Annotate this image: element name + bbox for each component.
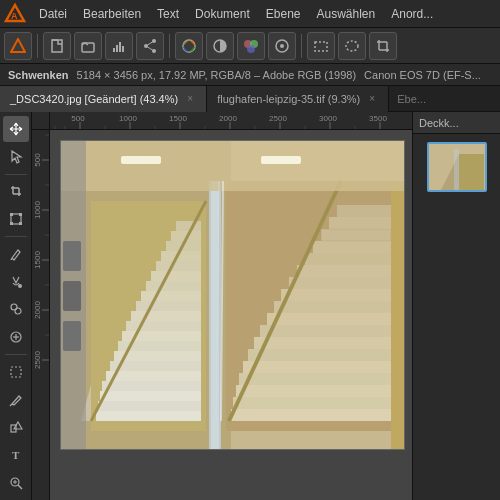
svg-text:2000: 2000: [219, 114, 237, 123]
tab-close-dsc3420[interactable]: ×: [184, 93, 196, 105]
menu-datei[interactable]: Datei: [32, 4, 74, 24]
fill-tool[interactable]: [3, 269, 29, 295]
svg-text:1000: 1000: [33, 201, 42, 219]
menu-ebene[interactable]: Ebene: [259, 4, 308, 24]
svg-text:1500: 1500: [33, 251, 42, 269]
menu-auswaehlen[interactable]: Auswählen: [309, 4, 382, 24]
pen-tool[interactable]: [3, 387, 29, 413]
svg-rect-8: [119, 42, 121, 52]
svg-text:T: T: [12, 449, 20, 461]
svg-rect-109: [454, 149, 459, 192]
affinity-logo-btn[interactable]: [4, 32, 32, 60]
current-tool-label: Schwenken: [8, 69, 69, 81]
select-ellipse-btn[interactable]: [338, 32, 366, 60]
svg-text:1500: 1500: [169, 114, 187, 123]
svg-rect-6: [113, 48, 115, 52]
tab-close-flughafen[interactable]: ×: [366, 93, 378, 105]
retouch-tool[interactable]: [3, 324, 29, 350]
svg-line-14: [146, 46, 154, 51]
svg-point-23: [346, 41, 358, 51]
left-tool-sep1: [5, 174, 27, 175]
svg-rect-101: [63, 241, 81, 271]
share-btn[interactable]: [136, 32, 164, 60]
svg-rect-99: [61, 141, 405, 191]
document-info: 5184 × 3456 px, 17.92 MP, RGBA/8 – Adobe…: [77, 69, 357, 81]
svg-text:1000: 1000: [119, 114, 137, 123]
open-btn[interactable]: [74, 32, 102, 60]
layer-thumbnail[interactable]: [427, 142, 487, 192]
selection-tool[interactable]: [3, 359, 29, 385]
svg-line-48: [18, 485, 22, 489]
color-picker-btn[interactable]: [268, 32, 296, 60]
canvas-row: 500 1000 1500 2000 2500: [32, 130, 412, 500]
tab-label-flughafen: flughafen-leipzig-35.tif (9.3%): [217, 93, 360, 105]
svg-line-13: [146, 41, 154, 46]
separator2: [169, 34, 170, 58]
tab-more[interactable]: Ebe...: [389, 93, 434, 105]
svg-rect-22: [315, 42, 327, 51]
svg-point-21: [280, 44, 284, 48]
crop-btn[interactable]: [369, 32, 397, 60]
left-toolbar: T: [0, 112, 32, 500]
separator3: [301, 34, 302, 58]
right-panel-header: Deckk...: [413, 112, 500, 134]
svg-rect-102: [63, 281, 81, 311]
tab-flughafen[interactable]: flughafen-leipzig-35.tif (9.3%) ×: [207, 86, 389, 112]
svg-rect-9: [122, 46, 124, 52]
right-panel: Deckk...: [412, 112, 500, 500]
status-bar: Schwenken 5184 × 3456 px, 17.92 MP, RGBA…: [0, 64, 500, 86]
svg-point-19: [247, 45, 255, 53]
menu-dokument[interactable]: Dokument: [188, 4, 257, 24]
svg-text:500: 500: [71, 114, 85, 123]
menu-bar: A Datei Bearbeiten Text Dokument Ebene A…: [0, 0, 500, 28]
tab-dsc3420[interactable]: _DSC3420.jpg [Geändert] (43.4%) ×: [0, 86, 207, 112]
svg-rect-3: [52, 40, 62, 52]
svg-marker-2: [11, 39, 25, 52]
svg-rect-105: [261, 156, 301, 164]
menu-anord[interactable]: Anord...: [384, 4, 440, 24]
main-area: T 500 1000 1500: [0, 112, 500, 500]
new-doc-btn[interactable]: [43, 32, 71, 60]
color-wheel-btn[interactable]: [175, 32, 203, 60]
ruler-horizontal: 500 1000 1500 2000 2500 3000 3500: [50, 112, 412, 130]
menu-bearbeiten[interactable]: Bearbeiten: [76, 4, 148, 24]
shapes-tool[interactable]: [3, 415, 29, 441]
crop-tool-left[interactable]: [3, 179, 29, 205]
contrast-btn[interactable]: [206, 32, 234, 60]
svg-rect-35: [10, 222, 13, 225]
svg-text:2000: 2000: [33, 301, 42, 319]
panel-title: Deckk...: [419, 117, 459, 129]
svg-rect-74: [32, 130, 50, 450]
svg-text:2500: 2500: [269, 114, 287, 123]
svg-rect-7: [116, 45, 118, 52]
svg-text:500: 500: [33, 153, 42, 167]
canvas-area: 500 1000 1500 2000 2500 3000 3500: [32, 112, 412, 500]
clone-tool[interactable]: [3, 297, 29, 323]
text-tool-left[interactable]: T: [3, 442, 29, 468]
select-rect-btn[interactable]: [307, 32, 335, 60]
paint-tool[interactable]: [3, 241, 29, 267]
move-tool[interactable]: [3, 116, 29, 142]
camera-info: Canon EOS 7D (EF-S...: [364, 69, 481, 81]
svg-text:2500: 2500: [33, 351, 42, 369]
svg-text:3500: 3500: [369, 114, 387, 123]
histogram-btn[interactable]: [105, 32, 133, 60]
svg-rect-43: [11, 367, 21, 377]
tab-label-dsc3420: _DSC3420.jpg [Geändert] (43.4%): [10, 93, 178, 105]
canvas-viewport[interactable]: [50, 130, 412, 500]
ruler-vertical: 500 1000 1500 2000 2500: [32, 130, 50, 500]
svg-text:3000: 3000: [319, 114, 337, 123]
svg-rect-104: [121, 156, 161, 164]
separator: [37, 34, 38, 58]
zoom-tool[interactable]: [3, 470, 29, 496]
hsl-btn[interactable]: [237, 32, 265, 60]
canvas-with-ruler: 500 1000 1500 2000 2500 3000 3500: [32, 112, 412, 500]
menu-text[interactable]: Text: [150, 4, 186, 24]
toolbar: [0, 28, 500, 64]
pointer-tool[interactable]: [3, 144, 29, 170]
svg-point-39: [15, 308, 21, 314]
svg-rect-36: [19, 222, 22, 225]
svg-text:A: A: [11, 11, 18, 21]
transform-tool[interactable]: [3, 206, 29, 232]
left-tool-sep2: [5, 236, 27, 237]
